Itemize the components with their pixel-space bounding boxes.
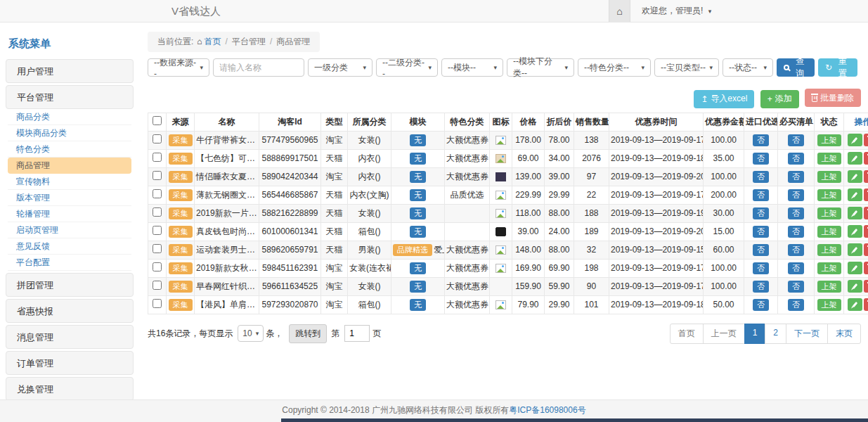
page-button[interactable]: 末页	[827, 324, 861, 344]
edit-button[interactable]	[848, 298, 862, 311]
sidebar-section[interactable]: 消息管理	[6, 325, 134, 349]
reset-button[interactable]: ↻重置	[818, 58, 857, 77]
status-select[interactable]: --状态--▾	[723, 58, 773, 77]
page-button[interactable]: 上一页	[703, 324, 745, 344]
select-all-checkbox[interactable]	[153, 116, 162, 125]
page-button[interactable]: 1	[744, 324, 766, 344]
icp-link[interactable]: 粤ICP备16098006号	[509, 405, 585, 415]
cell-category: 箱包()	[348, 295, 391, 314]
edit-button[interactable]	[848, 170, 862, 183]
column-header: 优惠券金额	[704, 113, 744, 131]
sidebar-item[interactable]: 特色分类	[8, 141, 131, 158]
breadcrumb-home-link[interactable]: 首页	[205, 37, 221, 46]
user-menu[interactable]: 欢迎您，管理员! ▾	[642, 5, 711, 17]
row-checkbox[interactable]	[153, 189, 162, 198]
row-checkbox[interactable]	[153, 299, 162, 308]
row-checkbox[interactable]	[153, 281, 162, 290]
feature-category-select-value: --特色分类--	[584, 62, 629, 74]
cell-must-buy: 否	[778, 277, 815, 295]
cell-discount-price: 78.00	[545, 131, 574, 149]
sidebar-item[interactable]: 平台配置	[8, 255, 131, 271]
sidebar-item[interactable]: 轮播管理	[8, 206, 131, 222]
row-checkbox[interactable]	[153, 153, 162, 162]
delete-button[interactable]	[864, 262, 868, 274]
sidebar-section[interactable]: 平台管理	[6, 85, 134, 109]
filter-controls: --数据来源--▾一级分类▾--二级分类--▾--模块--▾--模块下分类--▾…	[148, 58, 777, 77]
delete-button[interactable]	[864, 225, 868, 238]
pencil-icon	[852, 192, 857, 198]
sidebar-item[interactable]: 模块商品分类	[8, 125, 131, 141]
delete-button[interactable]	[864, 243, 868, 256]
feature-category-select[interactable]: --特色分类--▾	[578, 58, 651, 77]
edit-button[interactable]	[848, 207, 862, 219]
sidebar-section[interactable]: 兑换管理	[6, 377, 134, 401]
page-number-input[interactable]	[344, 325, 370, 342]
row-checkbox[interactable]	[153, 262, 162, 271]
delete-button[interactable]	[864, 298, 868, 311]
cell-select	[148, 277, 167, 295]
row-checkbox[interactable]	[153, 171, 162, 180]
sidebar-section[interactable]: 用户管理	[6, 59, 134, 83]
import-excel-button[interactable]: ↥导入excel	[694, 90, 754, 108]
import-icon: ↥	[701, 94, 708, 104]
status-badge: 上架	[817, 153, 841, 165]
module-sub-category-select[interactable]: --模块下分类--▾	[507, 58, 574, 77]
page-button[interactable]: 2	[765, 324, 786, 344]
must-buy-badge: 否	[788, 244, 804, 256]
row-checkbox[interactable]	[153, 226, 162, 235]
delete-button[interactable]	[864, 152, 868, 165]
edit-button[interactable]	[848, 152, 862, 165]
delete-button[interactable]	[864, 188, 868, 201]
page-button[interactable]: 首页	[670, 324, 704, 344]
edit-button[interactable]	[848, 262, 862, 274]
edit-button[interactable]	[848, 188, 862, 201]
sidebar-item[interactable]: 宣传物料	[8, 174, 131, 190]
page-button[interactable]: 下一页	[786, 324, 828, 344]
level2-category-select[interactable]: --二级分类--▾	[376, 58, 438, 77]
sidebar-section[interactable]: 省惠快报	[6, 299, 134, 323]
edit-button[interactable]	[848, 225, 862, 238]
add-button[interactable]: +添加	[760, 90, 799, 108]
cell-select	[148, 131, 167, 149]
sidebar-item[interactable]: 意见反馈	[8, 238, 131, 255]
delete-button[interactable]	[864, 134, 868, 146]
broken-image-icon	[495, 191, 506, 200]
cell-coupon-amount: 60.00	[704, 241, 744, 259]
cell-price: 79.90	[512, 295, 545, 314]
search-button[interactable]: 查询	[777, 58, 815, 77]
sidebar-item[interactable]: 商品管理	[8, 158, 131, 174]
cell-select	[148, 222, 167, 241]
batch-delete-button[interactable]: 批量删除	[805, 89, 861, 107]
row-checkbox[interactable]	[153, 134, 162, 143]
delete-button[interactable]	[864, 170, 868, 183]
level1-category-select[interactable]: 一级分类▾	[308, 58, 373, 77]
cell-feature: 大额优惠券	[445, 277, 490, 295]
home-button[interactable]: ⌂	[609, 0, 630, 22]
status-badge: 上架	[817, 207, 841, 219]
data-source-select[interactable]: --数据来源--▾	[148, 58, 209, 77]
sidebar-item[interactable]: 启动页管理	[8, 222, 131, 238]
item-type-select[interactable]: --宝贝类型--▾	[654, 58, 719, 77]
page-size-select[interactable]: 10▾	[238, 325, 264, 342]
cell-type: 淘宝	[321, 131, 348, 149]
sidebar-section[interactable]: 拼团管理	[6, 273, 134, 297]
column-header: 名称	[195, 113, 259, 131]
edit-button[interactable]	[848, 134, 862, 146]
sidebar-item[interactable]: 版本管理	[8, 190, 131, 206]
row-checkbox[interactable]	[153, 207, 162, 217]
delete-button[interactable]	[864, 207, 868, 219]
name-input[interactable]	[213, 58, 304, 77]
cell-coupon-amount: 200.00	[704, 186, 744, 204]
cell-module: 无	[391, 259, 445, 277]
jump-button[interactable]: 跳转到	[289, 324, 327, 343]
delete-button[interactable]	[864, 280, 868, 293]
sidebar-section[interactable]: 订单管理	[6, 351, 134, 375]
row-checkbox[interactable]	[153, 244, 162, 253]
edit-button[interactable]	[848, 243, 862, 256]
sidebar-item[interactable]: 商品分类	[8, 109, 131, 125]
cell-price: 39.00	[512, 222, 545, 241]
module-select[interactable]: --模块--▾	[441, 58, 503, 77]
cell-module: 无	[391, 131, 445, 149]
edit-button[interactable]	[848, 280, 862, 293]
level2-category-select-value: --二级分类--	[382, 57, 425, 79]
